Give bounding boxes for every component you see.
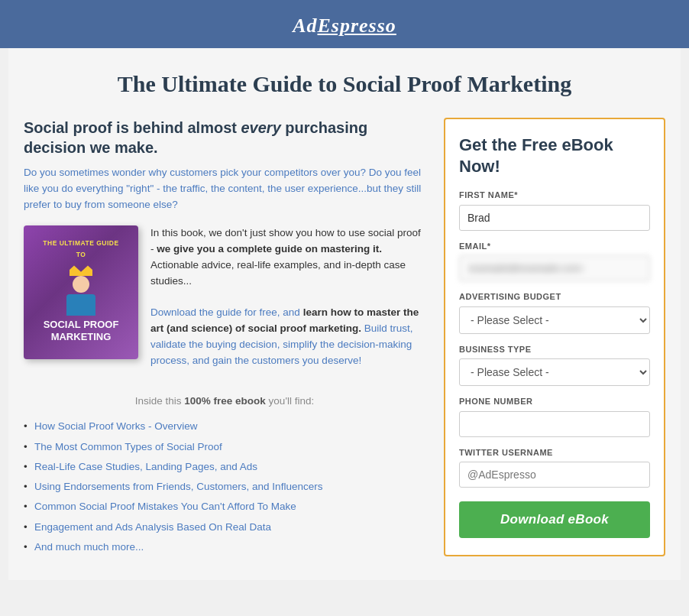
list-item: And much much more... [24,537,425,557]
download-ebook-button[interactable]: Download eBook [459,501,650,538]
site-header: AdEspresso [0,0,689,48]
list-item: Real-Life Case Studies, Landing Pages, a… [24,457,425,477]
page-title: The Ultimate Guide to Social Proof Marke… [24,66,665,101]
twitter-input[interactable] [459,462,650,488]
king-illustration [58,265,104,319]
phone-input[interactable] [459,411,650,437]
download-promo-text: Download the guide for free, and learn h… [150,305,425,369]
list-item: Engagement and Ads Analysis Based On Rea… [24,517,425,537]
email-group: EMAIL* [459,240,650,282]
twitter-label: TWITTER USERNAME [459,446,650,459]
business-type-label: BUSINESS TYPE [459,343,650,356]
book-description: In this book, we don't just show you how… [150,225,425,381]
main-container: The Ultimate Guide to Social Proof Marke… [8,48,681,580]
intro-paragraph: Do you sometimes wonder why customers pi… [24,165,425,213]
twitter-username-group: TWITTER USERNAME [459,446,650,488]
form-container: Get the Free eBook Now! FIRST NAME* EMAI… [444,118,665,556]
book-cover: THE ULTIMATE GUIDE TO SOCIAL PROOFMARKET… [24,225,138,359]
list-item: The Most Common Types of Social Proof [24,437,425,457]
bullet-list: How Social Proof Works - Overview The Mo… [24,417,425,557]
left-headline: Social proof is behind almost every purc… [24,118,425,157]
book-main-title: SOCIAL PROOFMARKETING [44,319,119,342]
book-desc-text: In this book, we don't just show you how… [150,225,425,290]
logo-underline: Espresso [317,15,396,37]
content-area: Social proof is behind almost every purc… [24,118,665,557]
advertising-budget-label: ADVERTISING BUDGET [459,290,650,303]
king-body [66,294,95,316]
advertising-budget-select[interactable]: - Please Select - Under $1,000 $1,000 - … [459,306,650,334]
first-name-group: FIRST NAME* [459,189,650,231]
list-item: Common Social Proof Mistakes You Can't A… [24,497,425,517]
king-head [73,276,89,293]
business-type-group: BUSINESS TYPE - Please Select - E-Commer… [459,343,650,387]
left-column: Social proof is behind almost every purc… [24,118,425,557]
headline-text-part1: Social proof is behind almost [24,119,241,136]
phone-number-group: PHONE NUMBER [459,395,650,437]
advertising-budget-group: ADVERTISING BUDGET - Please Select - Und… [459,290,650,334]
book-title-to: TO [76,250,86,260]
book-title-top: THE ULTIMATE GUIDE [43,238,118,248]
list-item: How Social Proof Works - Overview [24,417,425,436]
logo: AdEspresso [0,11,689,41]
business-type-select[interactable]: - Please Select - E-Commerce Lead Genera… [459,358,650,386]
inside-label: Inside this 100% free ebook you'll find: [24,394,425,409]
book-row: THE ULTIMATE GUIDE TO SOCIAL PROOFMARKET… [24,225,425,381]
email-input[interactable] [459,255,650,281]
form-title: Get the Free eBook Now! [459,135,650,177]
first-name-input[interactable] [459,205,650,231]
first-name-label: FIRST NAME* [459,189,650,202]
phone-label: PHONE NUMBER [459,395,650,408]
headline-emphasis: every [241,119,280,136]
list-item: Using Endorsements from Friends, Custome… [24,477,425,497]
king-crown [70,265,92,276]
email-label: EMAIL* [459,240,650,253]
